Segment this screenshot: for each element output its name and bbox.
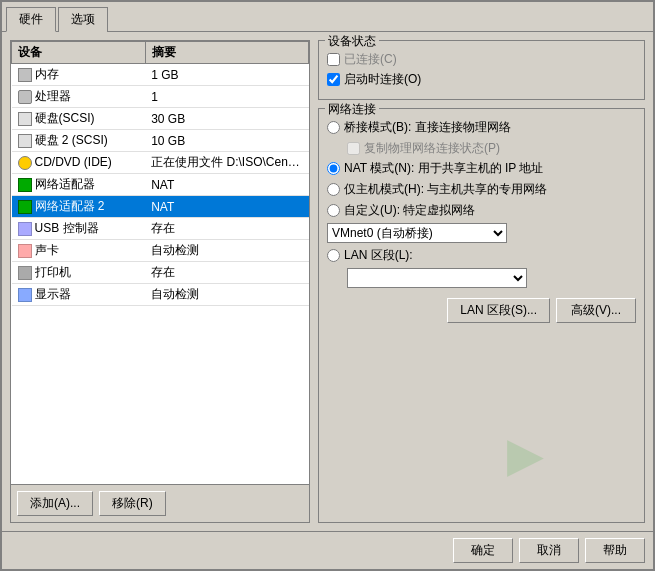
table-row[interactable]: 处理器1 — [12, 86, 309, 108]
bridge-sub-label: 复制物理网络连接状态(P) — [364, 140, 500, 157]
tab-options[interactable]: 选项 — [58, 7, 108, 32]
table-row[interactable]: 显示器自动检测 — [12, 284, 309, 306]
main-window: 硬件 选项 设备 摘要 内存1 GB处理器1硬盘(SCSI)30 GB硬盘 2 … — [0, 0, 655, 571]
table-row[interactable]: CD/DVD (IDE)正在使用文件 D:\ISO\CentOS-7-x86..… — [12, 152, 309, 174]
custom-radio[interactable] — [327, 204, 340, 217]
connected-row: 已连接(C) — [327, 51, 636, 68]
advanced-button[interactable]: 高级(V)... — [556, 298, 636, 323]
cpu-icon — [18, 90, 32, 104]
host-only-radio[interactable] — [327, 183, 340, 196]
device-summary: NAT — [145, 174, 308, 196]
bridge-sub-checkbox[interactable] — [347, 142, 360, 155]
right-panel: 设备状态 已连接(C) 启动时连接(O) 网络连接 — [318, 40, 645, 523]
device-summary: 1 GB — [145, 64, 308, 86]
bridge-row: 桥接模式(B): 直接连接物理网络 — [327, 119, 636, 136]
table-row[interactable]: 声卡自动检测 — [12, 240, 309, 262]
nat-row: NAT 模式(N): 用于共享主机的 IP 地址 — [327, 160, 636, 177]
vmnet-select-row: VMnet0 (自动桥接)VMnet1VMnet2VMnet8 — [327, 223, 636, 243]
remove-device-button[interactable]: 移除(R) — [99, 491, 166, 516]
nat-radio[interactable] — [327, 162, 340, 175]
device-status-label: 设备状态 — [325, 33, 379, 50]
lan-input-row — [347, 268, 636, 288]
device-summary: 1 — [145, 86, 308, 108]
network-connection-group: 网络连接 桥接模式(B): 直接连接物理网络 复制物理网络连接状态(P) NA — [318, 108, 645, 523]
custom-label: 自定义(U): 特定虚拟网络 — [344, 202, 475, 219]
device-summary: 30 GB — [145, 108, 308, 130]
display-icon — [18, 288, 32, 302]
device-table: 设备 摘要 内存1 GB处理器1硬盘(SCSI)30 GB硬盘 2 (SCSI)… — [11, 41, 309, 484]
printer-icon — [18, 266, 32, 280]
host-only-label: 仅主机模式(H): 与主机共享的专用网络 — [344, 181, 547, 198]
content-area: 设备 摘要 内存1 GB处理器1硬盘(SCSI)30 GB硬盘 2 (SCSI)… — [2, 32, 653, 531]
network-action-buttons: LAN 区段(S)... 高级(V)... — [327, 298, 636, 323]
disk-icon — [18, 112, 32, 126]
footer: 确定 取消 帮助 — [2, 531, 653, 569]
ok-button[interactable]: 确定 — [453, 538, 513, 563]
table-row[interactable]: 硬盘(SCSI)30 GB — [12, 108, 309, 130]
device-summary: NAT — [145, 196, 308, 218]
device-list-panel: 设备 摘要 内存1 GB处理器1硬盘(SCSI)30 GB硬盘 2 (SCSI)… — [10, 40, 310, 523]
bridge-radio[interactable] — [327, 121, 340, 134]
tab-hardware[interactable]: 硬件 — [6, 7, 56, 32]
device-summary: 存在 — [145, 262, 308, 284]
table-row[interactable]: 硬盘 2 (SCSI)10 GB — [12, 130, 309, 152]
table-row[interactable]: 内存1 GB — [12, 64, 309, 86]
lan-radio[interactable] — [327, 249, 340, 262]
col-summary: 摘要 — [145, 42, 308, 64]
connected-checkbox[interactable] — [327, 53, 340, 66]
device-summary: 存在 — [145, 218, 308, 240]
lan-label: LAN 区段(L): — [344, 247, 413, 264]
help-button[interactable]: 帮助 — [585, 538, 645, 563]
usb-icon — [18, 222, 32, 236]
device-status-group: 设备状态 已连接(C) 启动时连接(O) — [318, 40, 645, 100]
bridge-sub-row: 复制物理网络连接状态(P) — [347, 140, 636, 157]
tabs-bar: 硬件 选项 — [2, 2, 653, 32]
connected-label: 已连接(C) — [344, 51, 397, 68]
custom-row: 自定义(U): 特定虚拟网络 — [327, 202, 636, 219]
col-device: 设备 — [12, 42, 146, 64]
bridge-label: 桥接模式(B): 直接连接物理网络 — [344, 119, 511, 136]
network-label: 网络连接 — [325, 101, 379, 118]
table-row[interactable]: 网络适配器 2NAT — [12, 196, 309, 218]
add-device-button[interactable]: 添加(A)... — [17, 491, 93, 516]
device-summary: 10 GB — [145, 130, 308, 152]
connect-on-start-row: 启动时连接(O) — [327, 71, 636, 88]
host-only-row: 仅主机模式(H): 与主机共享的专用网络 — [327, 181, 636, 198]
lan-dropdown[interactable] — [347, 268, 527, 288]
watermark: ▶ — [507, 426, 544, 482]
sound-icon — [18, 244, 32, 258]
device-summary: 正在使用文件 D:\ISO\CentOS-7-x86... — [145, 152, 308, 174]
vmnet-dropdown[interactable]: VMnet0 (自动桥接)VMnet1VMnet2VMnet8 — [327, 223, 507, 243]
device-buttons: 添加(A)... 移除(R) — [11, 484, 309, 522]
connect-on-start-label: 启动时连接(O) — [344, 71, 421, 88]
lan-segments-button[interactable]: LAN 区段(S)... — [447, 298, 550, 323]
network2-icon — [18, 200, 32, 214]
lan-row: LAN 区段(L): — [327, 247, 636, 264]
table-row[interactable]: USB 控制器存在 — [12, 218, 309, 240]
device-summary: 自动检测 — [145, 240, 308, 262]
nat-label: NAT 模式(N): 用于共享主机的 IP 地址 — [344, 160, 543, 177]
cdrom-icon — [18, 156, 32, 170]
memory-icon — [18, 68, 32, 82]
connect-on-start-checkbox[interactable] — [327, 73, 340, 86]
disk2-icon — [18, 134, 32, 148]
table-row[interactable]: 打印机存在 — [12, 262, 309, 284]
network1-icon — [18, 178, 32, 192]
table-row[interactable]: 网络适配器NAT — [12, 174, 309, 196]
cancel-button[interactable]: 取消 — [519, 538, 579, 563]
device-summary: 自动检测 — [145, 284, 308, 306]
